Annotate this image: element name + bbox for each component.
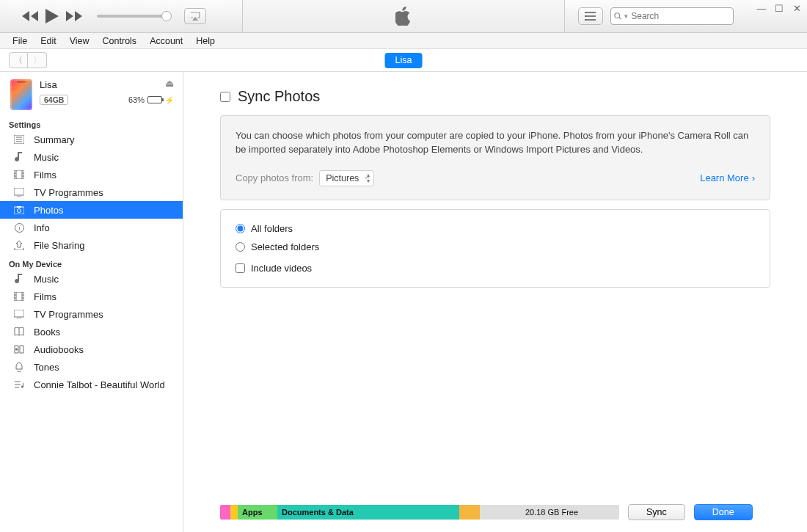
sidebar-item-label: Photos	[34, 205, 63, 216]
sidebar-item-label: Music	[34, 274, 59, 285]
titlebar: ▾ — ☐ ✕	[0, 0, 807, 33]
svg-point-1	[585, 15, 586, 17]
svg-text:i: i	[18, 225, 21, 232]
nav-back-button[interactable]: 〈	[9, 52, 28, 68]
sync-photos-checkbox[interactable]	[220, 92, 230, 102]
sidebar-item-label: File Sharing	[34, 240, 84, 251]
device-thumbnail-icon	[10, 79, 32, 110]
storage-bar: Apps Documents & Data 20.18 GB Free	[220, 505, 619, 520]
sync-options-panel: All folders Selected folders Include vid…	[220, 209, 770, 288]
battery-icon	[147, 96, 162, 103]
svg-rect-8	[17, 206, 21, 208]
breadcrumb-device[interactable]: Lisa	[385, 53, 423, 68]
sidebar-item-label: Films	[34, 170, 56, 181]
menu-edit[interactable]: Edit	[34, 34, 63, 48]
view-list-button[interactable]	[578, 7, 603, 25]
select-arrows-icon: ▴▾	[367, 172, 370, 184]
device-name: Lisa	[40, 79, 57, 90]
option-selected-folders[interactable]: Selected folders	[235, 241, 755, 252]
sidebar-item-label: Tones	[34, 362, 59, 373]
copy-from-select[interactable]: Pictures ▴▾	[319, 170, 374, 186]
film-icon	[13, 170, 25, 179]
storage-seg-apps: Apps	[238, 505, 277, 520]
sidebar-item-dev-books[interactable]: Books	[0, 323, 183, 340]
svg-rect-13	[14, 310, 24, 317]
menu-help[interactable]: Help	[189, 34, 222, 48]
svg-rect-12	[14, 292, 24, 301]
next-button[interactable]	[66, 11, 82, 21]
audiobook-icon	[13, 345, 25, 354]
volume-slider[interactable]	[97, 15, 167, 18]
chevron-right-icon: ›	[752, 172, 755, 183]
storage-seg-docs: Documents & Data	[277, 505, 459, 520]
playlist-icon	[13, 380, 25, 389]
svg-point-3	[615, 13, 620, 18]
sidebar-item-dev-audiobooks[interactable]: Audiobooks	[0, 340, 183, 358]
sidebar-item-filesharing[interactable]: File Sharing	[0, 236, 183, 254]
airplay-button[interactable]	[184, 8, 206, 24]
sidebar-item-label: Connie Talbot - Beautiful World	[34, 379, 165, 390]
apple-logo-icon	[395, 7, 412, 26]
copy-from-value: Pictures	[326, 173, 359, 183]
search-field[interactable]	[631, 11, 730, 21]
sidebar-item-music[interactable]: Music	[0, 148, 183, 166]
minimize-button[interactable]: —	[756, 3, 767, 14]
photo-icon	[13, 206, 25, 214]
sidebar-item-label: TV Programmes	[34, 187, 103, 198]
sidebar-item-label: Films	[34, 291, 56, 302]
search-input[interactable]: ▾	[610, 7, 734, 25]
option-label: Include videos	[251, 263, 312, 274]
sidebar-item-dev-music[interactable]: Music	[0, 270, 183, 288]
svg-point-9	[18, 208, 21, 212]
selected-folders-radio[interactable]	[235, 242, 245, 252]
music-icon	[13, 152, 25, 162]
maximize-button[interactable]: ☐	[773, 3, 785, 14]
svg-point-14	[15, 349, 18, 351]
storage-seg-free: 20.18 GB Free	[480, 505, 619, 520]
done-button[interactable]: Done	[694, 504, 753, 520]
storage-seg-other	[459, 505, 480, 520]
all-folders-radio[interactable]	[235, 224, 245, 233]
menu-view[interactable]: View	[63, 34, 96, 48]
main-content: Sync Photos You can choose which photos …	[183, 72, 807, 532]
sync-description: You can choose which photos from your co…	[235, 129, 755, 157]
sidebar-item-info[interactable]: i Info	[0, 219, 183, 236]
option-label: Selected folders	[251, 241, 319, 252]
sidebar-item-summary[interactable]: Summary	[0, 131, 183, 148]
device-header: Lisa ⏏ 64GB 63% ⚡	[0, 72, 183, 114]
footer: Apps Documents & Data 20.18 GB Free Sync…	[183, 495, 807, 532]
storage-seg-yellow1	[230, 505, 238, 520]
prev-button[interactable]	[22, 11, 38, 21]
menubar: File Edit View Controls Account Help	[0, 33, 807, 49]
menu-account[interactable]: Account	[143, 34, 189, 48]
search-dropdown-icon[interactable]: ▾	[624, 12, 628, 20]
sidebar-item-label: Music	[34, 152, 59, 163]
sidebar-item-label: Audiobooks	[34, 344, 84, 355]
include-videos-checkbox[interactable]	[235, 263, 245, 273]
sidebar-item-label: Books	[34, 327, 60, 338]
copy-from-label: Copy photos from:	[235, 172, 313, 183]
option-include-videos[interactable]: Include videos	[235, 263, 755, 274]
option-all-folders[interactable]: All folders	[235, 223, 755, 234]
menu-controls[interactable]: Controls	[96, 34, 144, 48]
option-label: All folders	[251, 223, 293, 234]
learn-more-link[interactable]: Learn More ›	[700, 172, 755, 183]
close-button[interactable]: ✕	[791, 3, 803, 14]
sync-button[interactable]: Sync	[628, 504, 685, 520]
sidebar-item-dev-tones[interactable]: Tones	[0, 358, 183, 376]
sidebar-item-tv[interactable]: TV Programmes	[0, 183, 183, 201]
sidebar-item-dev-tv[interactable]: TV Programmes	[0, 305, 183, 323]
sidebar-item-films[interactable]: Films	[0, 166, 183, 183]
nav-row: 〈 〉 Lisa	[0, 49, 807, 72]
music-icon	[13, 274, 25, 284]
sidebar-item-dev-films[interactable]: Films	[0, 288, 183, 305]
sidebar-item-photos[interactable]: Photos	[0, 201, 183, 219]
eject-button[interactable]: ⏏	[165, 78, 174, 89]
sidebar-item-dev-playlist[interactable]: Connie Talbot - Beautiful World	[0, 376, 183, 393]
share-icon	[13, 241, 25, 250]
menu-file[interactable]: File	[6, 34, 34, 48]
sidebar-section-settings: Settings	[0, 114, 183, 131]
play-button[interactable]	[45, 9, 59, 23]
svg-rect-6	[14, 188, 24, 195]
nav-forward-button: 〉	[28, 52, 47, 68]
